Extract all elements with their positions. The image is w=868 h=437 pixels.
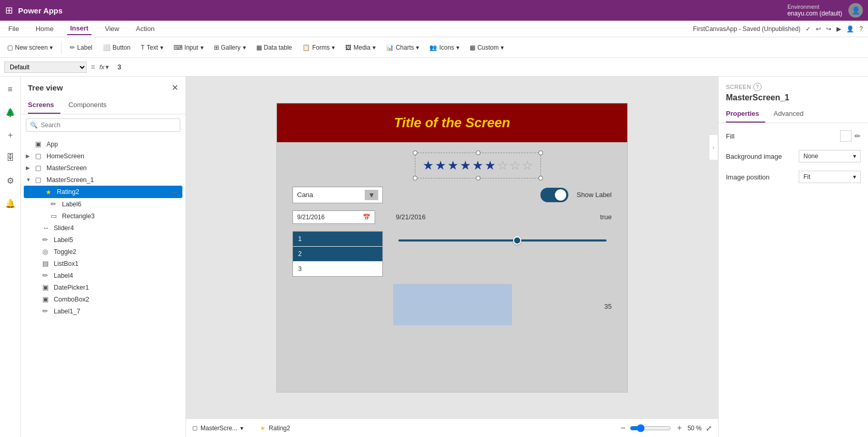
- media-chevron: ▾: [373, 44, 376, 51]
- datatable-icon: ▦: [256, 44, 262, 51]
- tree-item-label1-7[interactable]: ✏ Label1_7: [21, 305, 185, 317]
- tree-item-app[interactable]: ▣ App: [21, 138, 185, 150]
- slider4-icon: ↔: [42, 224, 52, 232]
- formula-input[interactable]: [113, 62, 864, 72]
- input-button[interactable]: ⌨ Input ▾: [169, 42, 208, 53]
- sidebar-icon-tree[interactable]: 🌲: [3, 104, 18, 120]
- check-icon: ✓: [805, 25, 811, 33]
- tree-item-label6[interactable]: ✏ Label6: [21, 198, 185, 210]
- right-panel-content: Fill ✏ Background image None ▾ Image pos…: [719, 123, 868, 190]
- toolbar: ▢ New screen ▾ ✏ Label ⬜ Button T Text ▾…: [0, 37, 868, 58]
- star-5: ★: [472, 158, 484, 173]
- icons-button[interactable]: 👥 Icons ▾: [425, 42, 463, 53]
- redo-icon[interactable]: ↪: [826, 25, 831, 33]
- help-icon[interactable]: ?: [859, 25, 863, 33]
- screen-label: SCREEN ?: [726, 83, 861, 91]
- custom-button[interactable]: ▦ Custom ▾: [466, 42, 508, 53]
- search-input[interactable]: [26, 118, 180, 132]
- label-button[interactable]: ✏ Label: [66, 42, 96, 53]
- screen-help-icon[interactable]: ?: [753, 83, 762, 91]
- charts-button[interactable]: 📊 Charts ▾: [382, 42, 423, 53]
- menu-insert[interactable]: Insert: [67, 22, 91, 35]
- tree-content: ▣ App ▶ ▢ HomeScreen ▶ ▢ MasterScreen ▼ …: [21, 136, 185, 437]
- menu-action[interactable]: Action: [133, 23, 158, 35]
- image-position-dropdown[interactable]: Fit ▾: [799, 171, 861, 183]
- combobox-chevron: ▼: [365, 190, 378, 200]
- listbox-item-3[interactable]: 3: [293, 261, 382, 276]
- zoom-out-button[interactable]: −: [621, 424, 625, 433]
- slider-widget[interactable]: [393, 239, 612, 242]
- listbox-item-2[interactable]: 2: [293, 246, 382, 261]
- sidebar-icon-plus[interactable]: ＋: [3, 127, 18, 143]
- sidebar-icon-db[interactable]: 🗄: [3, 150, 18, 165]
- tree-view-title: Tree view: [28, 83, 63, 92]
- rating-breadcrumb[interactable]: ★ Rating2: [260, 425, 290, 432]
- tab-properties[interactable]: Properties: [726, 106, 765, 123]
- app-grid-icon[interactable]: ⊞: [5, 5, 13, 16]
- star-3: ★: [447, 158, 459, 173]
- listbox-widget[interactable]: 1 2 3: [292, 231, 383, 277]
- fill-color-swatch[interactable]: [840, 130, 851, 142]
- tree-item-label4[interactable]: ✏ Label4: [21, 269, 185, 281]
- tree-item-masterscreen1[interactable]: ▼ ▢ MasterScreen_1: [21, 174, 185, 186]
- tree-item-rectangle3[interactable]: ▭ Rectangle3: [21, 210, 185, 222]
- zoom-slider[interactable]: [630, 424, 671, 432]
- input-icon: ⌨: [174, 44, 182, 51]
- calendar-icon: 📅: [363, 214, 370, 221]
- tree-item-homescreen[interactable]: ▶ ▢ HomeScreen: [21, 150, 185, 162]
- menu-home[interactable]: Home: [33, 23, 57, 35]
- combobox-widget[interactable]: Cana ▼: [292, 187, 383, 203]
- zoom-in-button[interactable]: ＋: [675, 423, 684, 433]
- tree-item-toggle2[interactable]: ◎ Toggle2: [21, 246, 185, 258]
- sidebar-icon-menu[interactable]: ≡: [3, 82, 18, 97]
- button-button[interactable]: ⬜ Button: [99, 42, 135, 53]
- listbox-item-1[interactable]: 1: [293, 232, 382, 246]
- user-icon[interactable]: 👤: [846, 25, 854, 33]
- background-image-dropdown[interactable]: None ▾: [799, 150, 861, 162]
- close-tree-button[interactable]: ✕: [172, 83, 178, 93]
- tab-screens[interactable]: Screens: [28, 97, 60, 114]
- input-chevron: ▾: [200, 44, 204, 51]
- pen-row: 35: [277, 284, 627, 336]
- menu-file[interactable]: File: [5, 23, 22, 35]
- right-panel-toggle[interactable]: ›: [709, 134, 718, 160]
- star-9: ☆: [522, 158, 533, 173]
- tree-item-combobox2[interactable]: ▣ ComboBox2: [21, 293, 185, 305]
- tree-item-rating2[interactable]: ★ Rating2 ···: [24, 186, 182, 198]
- toggle-track[interactable]: [540, 188, 568, 202]
- gallery-button[interactable]: ⊞ Gallery ▾: [210, 42, 250, 53]
- tree-item-label5[interactable]: ✏ Label5: [21, 234, 185, 246]
- sidebar-icon-alerts[interactable]: 🔔: [3, 195, 18, 211]
- tree-item-slider4[interactable]: ↔ Slider4: [21, 222, 185, 234]
- icon-sidebar: ≡ 🌲 ＋ 🗄 ⚙ 🔔: [0, 77, 21, 437]
- tab-components[interactable]: Components: [69, 97, 113, 114]
- avatar[interactable]: 👤: [848, 3, 863, 18]
- rating-widget[interactable]: ★ ★ ★ ★ ★ ★ ☆ ☆ ☆: [415, 153, 541, 178]
- new-screen-button[interactable]: ▢ New screen ▾: [3, 42, 57, 53]
- datatable-button[interactable]: ▦ Data table: [252, 42, 297, 53]
- env-info: Environment enayu.com (default): [787, 4, 842, 17]
- play-icon[interactable]: ▶: [836, 25, 841, 33]
- text-button[interactable]: T Text ▾: [136, 42, 167, 53]
- pos-dropdown-chevron: ▾: [853, 173, 856, 180]
- formula-property-select[interactable]: Default: [4, 62, 87, 73]
- screen-breadcrumb[interactable]: ▢ MasterScre... ▾: [192, 425, 243, 432]
- media-button[interactable]: 🖼 Media ▾: [341, 42, 380, 53]
- pen-canvas[interactable]: [393, 284, 512, 325]
- datepicker-widget[interactable]: 9/21/2016 📅: [292, 210, 375, 224]
- rating2-more-button[interactable]: ···: [171, 188, 177, 196]
- sidebar-icon-plugin[interactable]: ⚙: [3, 173, 18, 188]
- fill-edit-icon[interactable]: ✏: [855, 132, 861, 140]
- pen-widget[interactable]: [393, 284, 594, 325]
- tree-item-masterscreen[interactable]: ▶ ▢ MasterScreen: [21, 162, 185, 174]
- menu-view[interactable]: View: [102, 23, 122, 35]
- toggle-widget[interactable]: Show Label: [540, 188, 612, 202]
- tree-item-listbox1[interactable]: ▤ ListBox1: [21, 258, 185, 269]
- canvas-screen[interactable]: Title of the Screen ★ ★ ★ ★: [276, 103, 628, 393]
- fit-screen-icon[interactable]: ⤢: [706, 424, 712, 432]
- tree-search: 🔍: [21, 114, 185, 136]
- tree-item-datepicker1[interactable]: ▣ DatePicker1: [21, 281, 185, 293]
- forms-button[interactable]: 📋 Forms ▾: [298, 42, 339, 53]
- tab-advanced[interactable]: Advanced: [773, 106, 810, 123]
- undo-icon[interactable]: ↩: [816, 25, 821, 33]
